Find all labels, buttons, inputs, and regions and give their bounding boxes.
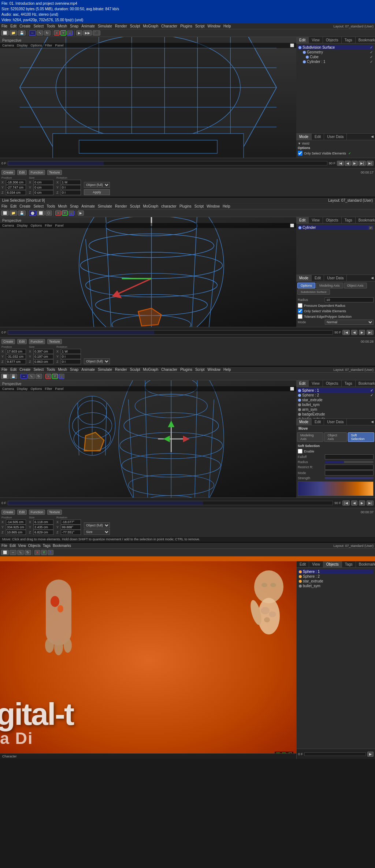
p2-menu-mograph[interactable]: MoGraph [143, 204, 159, 208]
p2-collapse[interactable]: ◀ [370, 275, 375, 281]
p2-tb-new[interactable]: ⬜ [1, 211, 9, 216]
tb-open[interactable]: 📁 [10, 30, 17, 36]
menu-window[interactable]: Window [208, 24, 221, 28]
rot-y[interactable] [61, 185, 81, 190]
p2-menu-mesh[interactable]: Mesh [58, 204, 67, 208]
p3-menu-window[interactable]: Window [208, 368, 221, 372]
p3-size-dropdown[interactable]: Size [84, 529, 110, 535]
radius-slider[interactable] [325, 461, 374, 463]
p3-menu-select[interactable]: Select [33, 368, 44, 372]
p3-vp-display[interactable]: Display [17, 387, 28, 391]
menu-tools[interactable]: Tools [47, 24, 55, 28]
p3-tb-y[interactable]: Y [52, 374, 58, 379]
tab-subdivision-surf[interactable]: Subdivision Surface [297, 289, 330, 295]
vp-panel[interactable]: Panel [55, 44, 64, 47]
p2-attr-texture[interactable]: Texture [47, 339, 62, 344]
p2-menu-sculpt[interactable]: Sculpt [130, 204, 140, 208]
tab-object-axis2[interactable]: Object Axis [324, 432, 347, 442]
p2-menu-create[interactable]: Create [19, 204, 30, 208]
p2-attr-function[interactable]: Function [29, 339, 45, 344]
p2-tb-open[interactable]: 📁 [10, 211, 17, 216]
p2-vp-options[interactable]: Options [31, 224, 42, 227]
p3-btn-play[interactable]: ▶ [359, 500, 365, 506]
intro-obj-sphere2[interactable]: Sphere : 2 [298, 574, 374, 579]
p2-menu-help[interactable]: Help [223, 204, 230, 208]
p3-menu-render[interactable]: Render [115, 368, 127, 372]
apply-button[interactable]: Apply [84, 189, 110, 195]
tab-objects[interactable]: Objects [323, 37, 342, 43]
pressure-dep-check[interactable] [298, 303, 302, 308]
tb-x[interactable]: X [54, 30, 60, 36]
p2-tab-bookmarks[interactable]: Bookmarks [356, 217, 375, 223]
tab-bookmarks[interactable]: Bookmarks [356, 37, 375, 43]
p3-menu-script[interactable]: Script [195, 368, 205, 372]
p2-vp-maximize[interactable]: ⬜ [290, 224, 294, 227]
menu-plugins[interactable]: Plugins [180, 24, 192, 28]
p3-size-x[interactable] [33, 519, 53, 525]
intro-obj-sphere1[interactable]: Sphere : 1 [298, 569, 374, 574]
attr-create[interactable]: Create [1, 170, 15, 175]
intro-tb-x[interactable]: X [34, 550, 40, 555]
btn-next-frame[interactable]: ▶| [359, 161, 365, 166]
p2-tb-save[interactable]: 💾 [18, 211, 26, 216]
mode-input3[interactable] [325, 470, 374, 476]
p2-menu-animate[interactable]: Animate [81, 204, 95, 208]
size-y[interactable] [33, 185, 53, 190]
tab-edit[interactable]: Edit [296, 37, 309, 43]
tb-scale[interactable]: ⤡ [37, 30, 43, 36]
btn-goto-start[interactable]: |◀ [337, 161, 344, 166]
vp-options[interactable]: Options [31, 44, 42, 47]
attr-texture[interactable]: Texture [47, 170, 62, 175]
p3-size-y[interactable] [33, 525, 53, 530]
intro-tb-rotate[interactable]: ↻ [25, 550, 31, 555]
intro-menu-view[interactable]: View [18, 544, 26, 548]
vp-display[interactable]: Display [17, 44, 28, 47]
tb-save[interactable]: 💾 [18, 30, 26, 36]
intro-scrubber[interactable] [304, 752, 366, 756]
p3-menu-mesh[interactable]: Mesh [58, 368, 67, 372]
menu-file[interactable]: File [1, 24, 7, 28]
p2-tb-lasso[interactable]: ⬤ [29, 211, 36, 216]
intro-obj-bullet[interactable]: bullet_sym [298, 584, 374, 588]
obj-cube[interactable]: Cube ✓ [298, 55, 374, 59]
p3-obj-sphere2[interactable]: Sphere : 2 ✓ [297, 393, 374, 398]
p3-tab-tags[interactable]: Tags [342, 380, 356, 387]
p2-btn-prev[interactable]: ◀ [351, 330, 357, 335]
p3-attr-texture[interactable]: Texture [47, 510, 62, 515]
btn-play[interactable]: ▶ [352, 161, 358, 166]
only-visible-check2[interactable] [298, 309, 302, 313]
p2-rot-x[interactable] [61, 349, 81, 354]
p3-attr-edit[interactable]: Edit [17, 510, 27, 515]
intro-tab-objects[interactable]: Objects [323, 561, 342, 567]
p2-tab-edit2[interactable]: Edit [312, 275, 324, 281]
menu-script[interactable]: Script [195, 24, 205, 28]
intro-tb-y[interactable]: Y [41, 550, 47, 555]
intro-play[interactable]: ▶ [367, 752, 374, 757]
intro-tab-tags[interactable]: Tags [342, 561, 356, 567]
menu-edit[interactable]: Edit [10, 24, 16, 28]
intro-tab-edit[interactable]: Edit [297, 561, 309, 567]
p2-size-y[interactable] [33, 354, 53, 359]
collapse-btn[interactable]: ◀ [370, 134, 375, 140]
p3-vp-camera[interactable]: Camera [2, 387, 14, 391]
p2-vp-panel[interactable]: Panel [55, 224, 64, 227]
p2-menu-file[interactable]: File [1, 204, 7, 208]
tolerant-check[interactable] [298, 314, 302, 319]
intro-tab-view[interactable]: View [309, 561, 323, 567]
obj-cylinder1[interactable]: Cylinder : 1 ✓ [298, 59, 374, 64]
p3-menu-sculpt[interactable]: Sculpt [130, 368, 140, 372]
intro-tb-move[interactable]: ↔ [10, 550, 16, 555]
panel3-viewport[interactable]: Perspective Camera Display Options Filte… [0, 380, 296, 498]
p3-vp-options[interactable]: Options [31, 387, 42, 391]
p2-vp-display[interactable]: Display [17, 224, 28, 227]
attr-edit[interactable]: Edit [17, 170, 27, 175]
p3-tb-new[interactable]: ⬜ [1, 374, 9, 379]
falloff-input[interactable] [325, 454, 374, 459]
p2-rot-y[interactable] [61, 354, 81, 359]
p2-tb-render[interactable]: ▶ [78, 211, 84, 216]
p3-vp-panel[interactable]: Panel [55, 387, 64, 391]
mode-dropdown2[interactable]: Normal [325, 320, 374, 325]
intro-menu-edit[interactable]: Edit [10, 544, 16, 548]
enable-check[interactable] [298, 449, 302, 454]
p2-tab-edit[interactable]: Edit [296, 217, 309, 223]
